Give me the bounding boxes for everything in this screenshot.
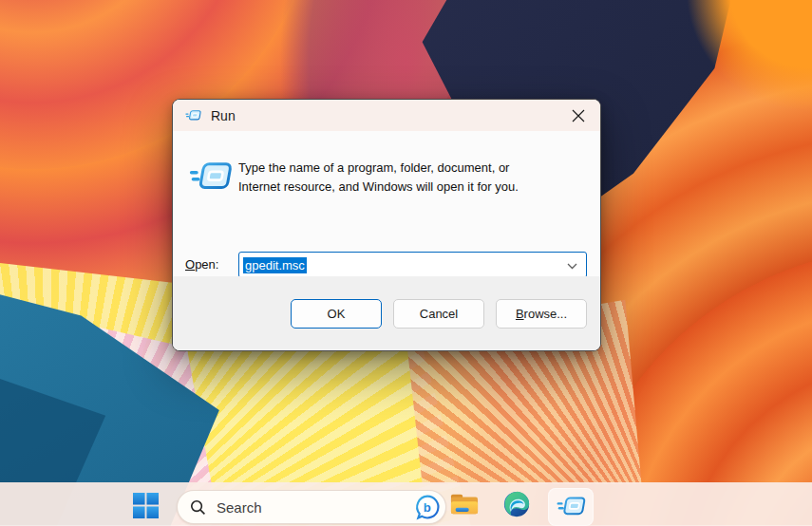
desktop-screen: Run Type the name of a program, folder, …: [0, 0, 812, 526]
run-icon: [557, 496, 586, 518]
run-dialog-body: Type the name of a program, folder, docu…: [173, 131, 600, 278]
run-app-taskbar-button[interactable]: [548, 488, 594, 526]
run-icon: [189, 160, 233, 195]
svg-text:b: b: [424, 500, 431, 515]
edge-icon: [502, 490, 531, 518]
windows-start-icon: [133, 493, 159, 518]
close-icon: [572, 109, 585, 122]
edge-button[interactable]: [502, 490, 531, 518]
run-dialog: Run Type the name of a program, folder, …: [172, 99, 601, 351]
run-icon: [185, 109, 201, 122]
cancel-button[interactable]: Cancel: [393, 299, 484, 329]
open-label-rest: pen:: [195, 257, 218, 272]
search-icon: [190, 499, 206, 516]
browse-button-label: Browse...: [516, 307, 567, 321]
browse-accesskey: B: [516, 307, 524, 321]
open-label-accesskey: O: [185, 257, 195, 272]
run-dialog-footer: OK Cancel Browse...: [173, 276, 600, 350]
open-combobox-value-selected[interactable]: gpedit.msc: [243, 257, 307, 273]
file-explorer-icon: [450, 492, 479, 517]
taskbar-search-box[interactable]: Search b: [177, 490, 446, 524]
bing-icon: b: [414, 494, 441, 520]
dialog-title: Run: [211, 108, 236, 123]
chevron-down-icon: [567, 263, 577, 270]
close-button[interactable]: [557, 100, 600, 131]
cancel-button-label: Cancel: [420, 307, 458, 321]
ok-button-label: OK: [328, 307, 346, 321]
start-button[interactable]: [131, 491, 160, 519]
description-line-1: Type the name of a program, folder, docu…: [238, 159, 590, 178]
browse-rest: rowse...: [524, 307, 568, 321]
bing-button[interactable]: b: [414, 494, 441, 520]
run-dialog-titlebar[interactable]: Run: [173, 100, 600, 131]
dialog-description: Type the name of a program, folder, docu…: [238, 159, 590, 197]
browse-button[interactable]: Browse...: [496, 299, 587, 329]
ok-button[interactable]: OK: [291, 299, 382, 329]
open-combobox[interactable]: gpedit.msc: [238, 252, 587, 278]
combobox-dropdown-button[interactable]: [565, 259, 578, 272]
description-line-2: Internet resource, and Windows will open…: [238, 178, 590, 197]
file-explorer-button[interactable]: [450, 491, 479, 517]
search-placeholder-text: Search: [217, 499, 262, 516]
open-label: Open:: [185, 257, 218, 272]
taskbar: Search b: [0, 482, 812, 526]
